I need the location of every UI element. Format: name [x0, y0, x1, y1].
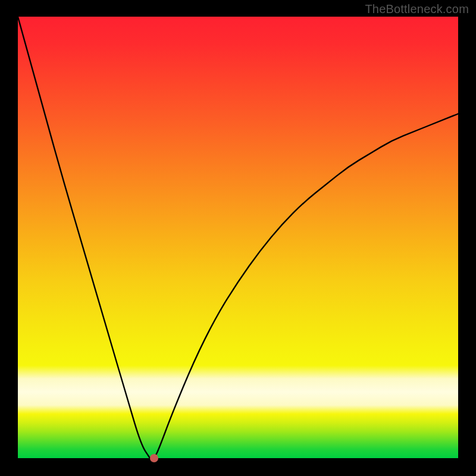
watermark-text: TheBottleneck.com — [365, 2, 469, 16]
optimal-marker — [150, 454, 158, 462]
bottleneck-curve — [18, 17, 458, 458]
chart-frame: TheBottleneck.com — [0, 0, 476, 476]
chart-plot-area — [18, 17, 458, 458]
